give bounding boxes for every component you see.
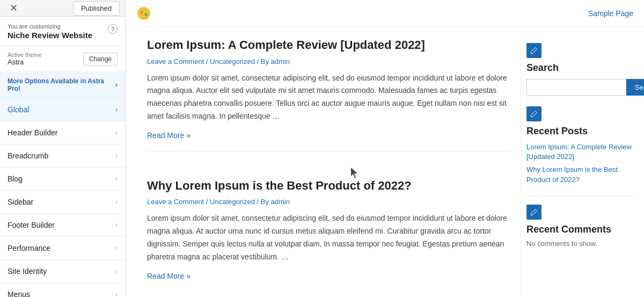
post-article: Why Lorem Ipsum is the Best Product of 2… <box>147 178 510 292</box>
main-posts: Lorem Ipsum: A Complete Review [Updated … <box>126 38 521 297</box>
nav-item-global[interactable]: Global › <box>0 98 125 121</box>
search-widget-title: Search <box>526 62 633 74</box>
svg-marker-3 <box>351 168 357 178</box>
cursor-icon <box>351 168 360 178</box>
chevron-right-icon: › <box>115 152 118 160</box>
right-sidebar: Search Search Recent Posts Lorem Ipsum: … <box>521 38 644 297</box>
read-more-link[interactable]: Read More » <box>147 272 191 280</box>
customizing-section: You are customizing Niche Review Website… <box>0 17 125 46</box>
pencil-icon <box>530 208 538 216</box>
nav-item-header-builder-label: Header Builder <box>8 128 57 137</box>
help-icon[interactable]: ? <box>108 24 118 34</box>
nav-item-menus-label: Menus <box>8 290 30 297</box>
svg-point-1 <box>140 11 143 14</box>
nav-item-performance-label: Performance <box>8 244 50 252</box>
nav-item-breadcrumb[interactable]: Breadcrumb › <box>0 144 125 168</box>
nav-item-blog-label: Blog <box>8 175 23 183</box>
recent-posts-edit-icon[interactable] <box>526 106 541 121</box>
active-theme-row: Active theme Astra Change <box>0 46 125 72</box>
sample-page-link[interactable]: Sample Page <box>588 9 633 18</box>
nav-item-breadcrumb-label: Breadcrumb <box>8 151 48 160</box>
post-title: Why Lorem Ipsum is the Best Product of 2… <box>147 178 510 194</box>
theme-name: Astra <box>8 58 42 66</box>
site-logo <box>136 6 151 21</box>
nav-item-menus[interactable]: Menus › <box>0 283 125 297</box>
nav-item-blog[interactable]: Blog › <box>0 168 125 191</box>
nav-item-header-builder[interactable]: Header Builder › <box>0 121 125 144</box>
pencil-icon <box>530 47 538 54</box>
svg-point-0 <box>137 7 150 20</box>
nav-item-footer-builder-label: Footer Builder <box>8 221 55 229</box>
chevron-right-icon: › <box>115 175 118 183</box>
nav-item-performance[interactable]: Performance › <box>0 237 125 260</box>
pencil-icon <box>530 110 538 118</box>
chevron-right-icon: › <box>115 198 118 206</box>
recent-post-link[interactable]: Lorem Ipsum: A Complete Review [Updated … <box>526 142 633 162</box>
top-bar: ✕ Published <box>0 0 125 17</box>
post-title: Lorem Ipsum: A Complete Review [Updated … <box>147 38 510 53</box>
post-excerpt: Lorem ipsum dolor sit amet, consectetur … <box>147 212 510 263</box>
post-meta: Leave a Comment / Uncategorized / By adm… <box>147 198 510 206</box>
no-comments-text: No comments to show. <box>526 240 597 248</box>
main-content: Sample Page Lorem Ipsum: A Complete Revi… <box>126 0 644 297</box>
nav-item-sidebar[interactable]: Sidebar › <box>0 191 125 214</box>
nav-item-global-label: Global <box>8 105 29 114</box>
astra-pro-chevron-icon: › <box>115 81 118 89</box>
nav-item-site-identity[interactable]: Site Identity › <box>0 260 125 283</box>
nav-item-sidebar-label: Sidebar <box>8 198 33 206</box>
chevron-right-icon: › <box>115 291 118 297</box>
recent-posts-title: Recent Posts <box>526 126 633 137</box>
recent-posts-widget: Recent Posts Lorem Ipsum: A Complete Rev… <box>526 106 633 185</box>
chevron-right-icon: › <box>115 267 118 275</box>
chevron-right-icon: › <box>115 244 118 252</box>
chevron-right-icon: › <box>115 221 118 229</box>
close-button[interactable]: ✕ <box>5 0 22 16</box>
recent-post-link[interactable]: Why Lorem Ipsum is the Best Product of 2… <box>526 165 633 184</box>
astra-pro-banner[interactable]: More Options Available in Astra Pro! › <box>0 72 125 98</box>
post-meta: Leave a Comment / Uncategorized / By adm… <box>147 57 510 66</box>
content-area: Lorem Ipsum: A Complete Review [Updated … <box>126 27 644 297</box>
search-button[interactable]: Search <box>626 79 644 96</box>
nav-item-site-identity-label: Site Identity <box>8 267 47 276</box>
astra-pro-label: More Options Available in Astra Pro! <box>8 77 115 92</box>
active-theme-label: Active theme <box>8 52 42 58</box>
change-theme-button[interactable]: Change <box>83 53 118 66</box>
left-panel: ✕ Published You are customizing Niche Re… <box>0 0 126 297</box>
cursor-area <box>147 168 510 178</box>
customizing-label: You are customizing <box>8 23 92 30</box>
recent-comments-widget: Recent Comments No comments to show. <box>526 205 633 248</box>
chevron-right-icon: › <box>115 106 118 113</box>
search-row: Search <box>526 79 633 96</box>
svg-point-2 <box>144 13 148 16</box>
chevron-right-icon: › <box>115 129 118 136</box>
read-more-link[interactable]: Read More » <box>147 131 191 140</box>
post-excerpt: Lorem ipsum dolor sit amet, consectetur … <box>147 72 510 123</box>
search-input[interactable] <box>526 79 626 96</box>
published-button[interactable]: Published <box>73 1 120 16</box>
recent-comments-title: Recent Comments <box>526 224 633 235</box>
nav-items: Global › Header Builder › Breadcrumb › B… <box>0 98 125 297</box>
site-header: Sample Page <box>126 0 644 27</box>
post-article: Lorem Ipsum: A Complete Review [Updated … <box>147 38 510 151</box>
nav-item-footer-builder[interactable]: Footer Builder › <box>0 214 125 237</box>
widget-divider <box>526 195 633 196</box>
recent-comments-edit-icon[interactable] <box>526 205 541 220</box>
search-widget-edit-icon[interactable] <box>526 43 541 58</box>
site-title: Niche Review Website <box>8 31 92 40</box>
search-widget: Search Search <box>526 43 633 96</box>
